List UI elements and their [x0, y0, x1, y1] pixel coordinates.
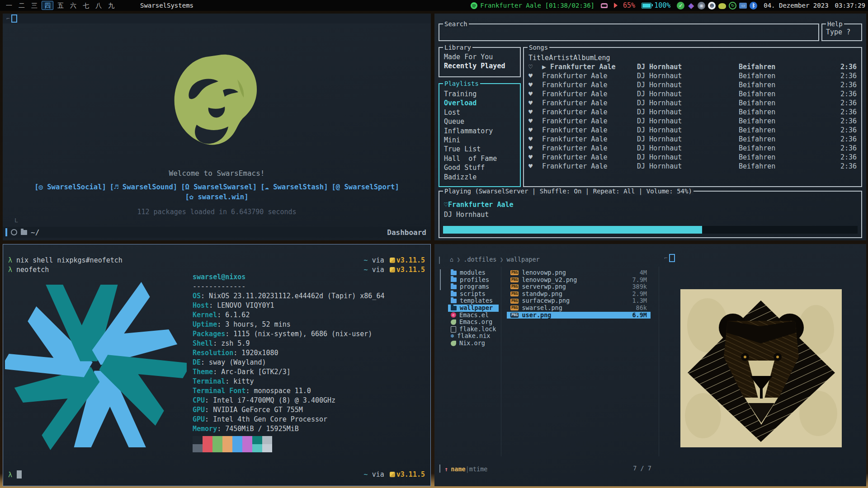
- library-item[interactable]: Made For You: [439, 52, 520, 61]
- syncthing-tray-icon[interactable]: ↻: [729, 2, 736, 9]
- file-row[interactable]: PNGlenovowp_v2.png7.9M: [507, 277, 651, 284]
- playlist-item[interactable]: Badizzle: [439, 173, 520, 182]
- directory-item[interactable]: templates: [448, 297, 499, 305]
- directory-item[interactable]: scripts: [448, 291, 499, 298]
- shell-prompt[interactable]: λ: [8, 470, 22, 479]
- battery-widget[interactable]: 100%: [642, 1, 670, 9]
- checkmark-tray-icon[interactable]: ✓: [677, 2, 684, 9]
- song-row[interactable]: ♥Frankfurter AaleDJ HornhautBeifahren2:3…: [524, 71, 861, 80]
- file-row[interactable]: PNGstandwp.png2.9M: [507, 291, 651, 298]
- song-row[interactable]: ♡▶ Frankfurter AaleDJ HornhautBeifahren2…: [524, 62, 861, 71]
- song-row[interactable]: ♥Frankfurter AaleDJ HornhautBeifahren2:3…: [524, 153, 861, 162]
- file-row[interactable]: PNGlenovowp.png4M: [507, 269, 651, 277]
- file-row[interactable]: PNGserverwp.png389k: [507, 283, 651, 291]
- turtle-tray-icon[interactable]: [718, 3, 726, 9]
- breadcrumb-separator: ❯: [500, 256, 503, 263]
- workspace-button[interactable]: 三: [29, 1, 40, 10]
- directory-item[interactable]: programs: [448, 283, 499, 291]
- steam-tray-icon[interactable]: ◉: [698, 2, 705, 9]
- file-row[interactable]: PNGsurfacewp.png1.3M: [507, 297, 651, 305]
- library-item[interactable]: Recently Played: [439, 61, 520, 70]
- song-heart-icon[interactable]: ♥: [528, 153, 542, 162]
- discord-tray-icon[interactable]: ☻: [708, 2, 716, 9]
- song-row[interactable]: ♥Frankfurter AaleDJ HornhautBeifahren2:3…: [524, 108, 861, 117]
- workspace-button[interactable]: 五: [55, 1, 66, 10]
- sort-secondary[interactable]: mtime: [469, 465, 488, 473]
- song-row[interactable]: ♥Frankfurter AaleDJ HornhautBeifahren2:3…: [524, 117, 861, 126]
- gem-tray-icon[interactable]: ◆: [687, 2, 695, 9]
- dashboard-link-site[interactable]: [✿ swarsel.win]: [185, 193, 249, 201]
- playlist-item[interactable]: Mini: [439, 136, 520, 145]
- directory-item[interactable]: ❆flake.nix: [448, 333, 499, 340]
- workspace-button[interactable]: 一: [4, 1, 14, 10]
- breadcrumb-part[interactable]: .dotfiles: [463, 256, 496, 263]
- song-heart-icon[interactable]: ♥: [528, 71, 542, 80]
- now-playing-widget[interactable]: Frankfurter Aale [01:38/02:36]: [471, 2, 594, 9]
- search-input[interactable]: [441, 26, 816, 38]
- song-heart-icon[interactable]: ♥: [528, 89, 542, 99]
- playlist-item[interactable]: Training: [439, 89, 520, 99]
- dashboard-link-swarselstash[interactable]: [☁ SwarselStash]: [260, 183, 328, 191]
- song-row[interactable]: ♥Frankfurter AaleDJ HornhautBeifahren2:3…: [524, 99, 861, 108]
- song-row[interactable]: ♥Frankfurter AaleDJ HornhautBeifahren2:3…: [524, 162, 861, 171]
- song-heart-icon[interactable]: ♥: [528, 162, 542, 171]
- playlist-item[interactable]: Good Stuff: [439, 163, 520, 172]
- directory-item[interactable]: Nix.org: [448, 340, 499, 347]
- song-row[interactable]: ♥Frankfurter AaleDJ HornhautBeifahren2:3…: [524, 144, 861, 153]
- bluetooth-tray-icon[interactable]: ᛒ: [750, 2, 757, 9]
- dashboard-link-swarselswarsel[interactable]: [Ω SwarselSwarsel]: [181, 183, 257, 191]
- tab-indicator[interactable]: ⌐: [664, 254, 675, 262]
- kitty-tray-icon[interactable]: [601, 3, 608, 8]
- breadcrumb[interactable]: ⌂❯.dotfiles❯wallpaper: [450, 256, 540, 263]
- playback-progress-bar[interactable]: [443, 226, 858, 234]
- song-heart-icon[interactable]: ♥: [528, 144, 542, 153]
- song-row[interactable]: ♥Frankfurter AaleDJ HornhautBeifahren2:3…: [524, 80, 861, 89]
- songs-header-length[interactable]: Leng: [594, 53, 610, 62]
- directory-item[interactable]: profiles: [448, 277, 499, 284]
- sort-direction-arrow[interactable]: ↑: [444, 465, 448, 473]
- file-row[interactable]: PNGswarsel.png86k: [507, 305, 651, 312]
- volume-widget[interactable]: 65%: [614, 1, 635, 9]
- song-heart-icon[interactable]: ♥: [528, 135, 542, 144]
- playlist-item[interactable]: Overload: [439, 99, 520, 108]
- workspace-button[interactable]: 七: [80, 1, 91, 10]
- song-heart-icon[interactable]: ♥: [528, 117, 542, 126]
- directory-item[interactable]: modules: [448, 269, 499, 277]
- breadcrumb-part[interactable]: wallpaper: [507, 256, 540, 263]
- dashboard-link-swarselsport[interactable]: [@ SwarselSport]: [331, 183, 399, 191]
- playlist-item[interactable]: Inflammatory: [439, 127, 520, 136]
- song-heart-icon[interactable]: ♥: [528, 80, 542, 89]
- song-heart-icon[interactable]: ♥: [528, 99, 542, 108]
- songs-header-artist[interactable]: Artist: [549, 53, 573, 62]
- sort-primary[interactable]: name: [451, 465, 466, 473]
- directory-item[interactable]: Emacs.org: [448, 319, 499, 326]
- song-heart-icon[interactable]: ♡: [528, 62, 542, 71]
- emacs-tab-bar[interactable]: ⌐: [3, 14, 431, 23]
- playlist-item[interactable]: Lost: [439, 108, 520, 117]
- directory-item[interactable]: wallpaper: [448, 305, 499, 312]
- playlist-item[interactable]: Hall of Fame: [439, 154, 520, 163]
- workspace-button[interactable]: 九: [106, 1, 117, 10]
- terminal-window[interactable]: λ nix shell nixpkgs#neofetch ~ via v3.11…: [3, 244, 431, 486]
- song-heart-icon[interactable]: ♥: [528, 108, 542, 117]
- song-row[interactable]: ♥Frankfurter AaleDJ HornhautBeifahren2:3…: [524, 126, 861, 135]
- song-row[interactable]: ♥Frankfurter AaleDJ HornhautBeifahren2:3…: [524, 89, 861, 99]
- dashboard-link-swarselsound[interactable]: [♬ SwarselSound]: [110, 183, 177, 191]
- breadcrumb-part[interactable]: ⌂: [450, 256, 453, 263]
- workspace-button[interactable]: 四: [42, 1, 53, 10]
- scrollbar-thumb[interactable]: [440, 269, 441, 290]
- directory-item[interactable]: eEmacs.el: [448, 312, 499, 319]
- song-row[interactable]: ♥Frankfurter AaleDJ HornhautBeifahren2:3…: [524, 135, 861, 144]
- songs-header-album[interactable]: Album: [573, 53, 594, 62]
- workspace-button[interactable]: 二: [16, 1, 27, 10]
- songs-header-title[interactable]: Title: [528, 53, 549, 62]
- workspace-button[interactable]: 八: [93, 1, 104, 10]
- display-tray-icon[interactable]: ▭: [739, 3, 747, 9]
- dashboard-link-swarselsocial[interactable]: [◎ SwarselSocial]: [34, 183, 106, 191]
- directory-item[interactable]: flake.lock: [448, 326, 499, 333]
- playlist-item[interactable]: True List: [439, 145, 520, 154]
- workspace-button[interactable]: 六: [68, 1, 79, 10]
- file-row[interactable]: PNGuser.png6.9M: [507, 312, 651, 319]
- playlist-item[interactable]: Queue: [439, 117, 520, 126]
- song-heart-icon[interactable]: ♥: [528, 126, 542, 135]
